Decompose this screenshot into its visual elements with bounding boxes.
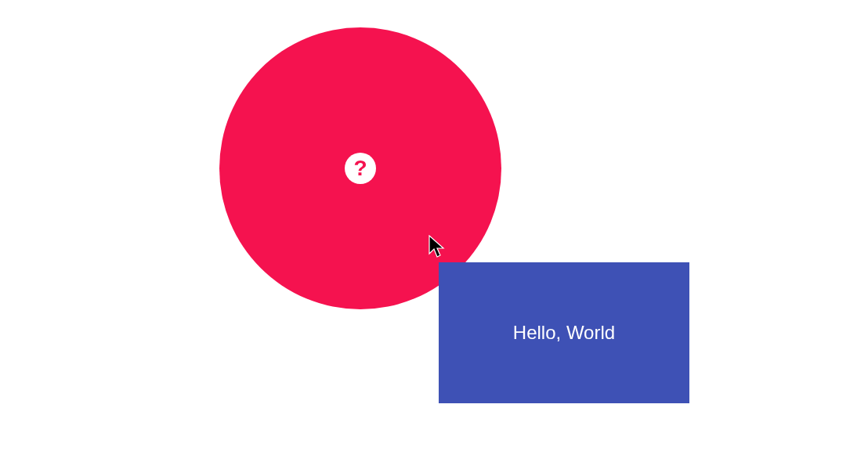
tooltip-text: Hello, World (513, 322, 615, 344)
question-mark-icon: ? (353, 157, 367, 179)
tooltip-panel: Hello, World (439, 262, 689, 403)
help-badge[interactable]: ? (345, 153, 376, 184)
